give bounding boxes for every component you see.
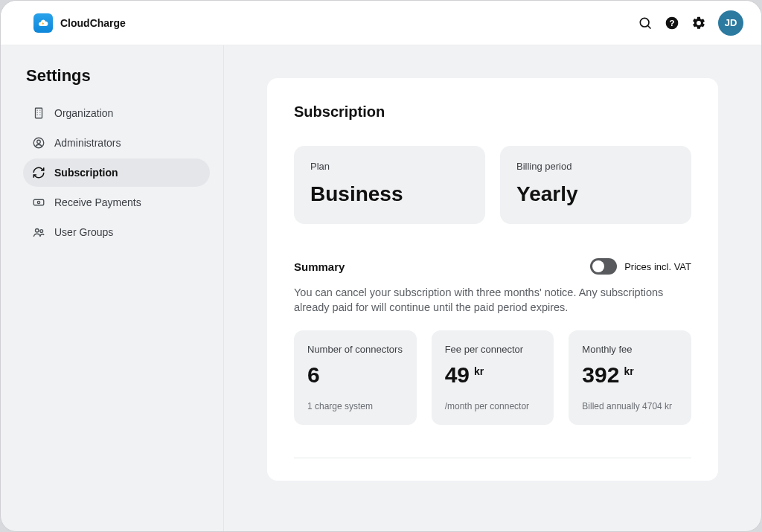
stat-sub: Billed annually 4704 kr <box>582 401 678 411</box>
brand-logo-icon <box>33 13 53 33</box>
stat-fee: Fee per connector 49kr /month per connec… <box>432 330 554 425</box>
sidebar-item-label: Receive Payments <box>54 196 141 208</box>
sidebar-item-administrators[interactable]: Administrators <box>23 129 210 157</box>
brand-name: CloudCharge <box>60 17 126 29</box>
plan-card[interactable]: Plan Business <box>294 146 485 224</box>
stat-value: 49kr <box>445 364 541 386</box>
stat-sub: 1 charge system <box>307 401 403 411</box>
users-icon <box>32 225 45 239</box>
content: Subscription Plan Business Billing perio… <box>224 45 761 531</box>
plan-value: Business <box>310 182 469 206</box>
svg-point-16 <box>40 230 43 233</box>
billing-period-label: Billing period <box>516 161 675 172</box>
vat-toggle[interactable] <box>590 258 617 275</box>
sidebar-item-user-groups[interactable]: User Groups <box>23 218 210 246</box>
page-heading: Subscription <box>294 103 691 121</box>
subscription-card: Subscription Plan Business Billing perio… <box>267 78 718 481</box>
sidebar-item-receive-payments[interactable]: Receive Payments <box>23 188 210 217</box>
top-actions: ? JD <box>638 10 743 36</box>
stat-value: 392kr <box>582 364 678 386</box>
stat-label: Number of connectors <box>307 344 403 355</box>
svg-point-0 <box>640 18 649 27</box>
brand[interactable]: CloudCharge <box>33 13 126 33</box>
sidebar: Settings Organization Administrators <box>1 45 224 531</box>
stat-sub: /month per connector <box>445 401 541 411</box>
stat-label: Fee per connector <box>445 344 541 355</box>
billing-period-value: Yearly <box>516 182 675 206</box>
help-icon[interactable]: ? <box>665 16 679 31</box>
svg-point-12 <box>37 140 41 144</box>
stat-monthly: Monthly fee 392kr Billed annually 4704 k… <box>569 330 691 425</box>
sidebar-item-label: Organization <box>54 107 113 119</box>
body: Settings Organization Administrators <box>1 45 761 531</box>
svg-point-14 <box>37 201 39 203</box>
nav: Organization Administrators Subscription <box>23 99 210 246</box>
sidebar-title: Settings <box>26 66 210 86</box>
summary-header: Summary Prices incl. VAT <box>294 258 691 275</box>
building-icon <box>32 106 45 120</box>
gear-icon[interactable] <box>691 16 706 31</box>
sidebar-item-label: Subscription <box>54 167 118 179</box>
sidebar-item-label: Administrators <box>54 137 121 149</box>
banknote-icon <box>32 196 45 209</box>
svg-rect-13 <box>33 199 44 205</box>
search-icon[interactable] <box>638 16 653 31</box>
topbar: CloudCharge ? JD <box>1 1 761 45</box>
divider <box>294 458 691 458</box>
vat-toggle-group: Prices incl. VAT <box>590 258 691 275</box>
stat-connectors: Number of connectors 6 1 charge system <box>294 330 417 425</box>
sidebar-item-subscription[interactable]: Subscription <box>23 158 210 187</box>
stats-row: Number of connectors 6 1 charge system F… <box>294 330 691 425</box>
billing-period-card[interactable]: Billing period Yearly <box>500 146 691 224</box>
sidebar-item-label: User Groups <box>54 226 113 238</box>
app-window: CloudCharge ? JD Settings Orga <box>0 0 762 532</box>
stat-value: 6 <box>307 364 403 386</box>
refresh-icon <box>32 166 45 179</box>
svg-text:?: ? <box>669 18 674 28</box>
plan-label: Plan <box>310 161 469 172</box>
user-circle-icon <box>32 136 45 150</box>
avatar[interactable]: JD <box>718 10 743 36</box>
summary-description: You can cancel your subscription with th… <box>294 285 681 315</box>
svg-line-1 <box>648 25 651 28</box>
stat-label: Monthly fee <box>582 344 678 355</box>
summary-heading: Summary <box>294 260 345 273</box>
sidebar-item-organization[interactable]: Organization <box>23 99 210 127</box>
plan-row: Plan Business Billing period Yearly <box>294 146 691 224</box>
svg-rect-4 <box>36 108 42 118</box>
vat-label: Prices incl. VAT <box>624 261 691 272</box>
svg-point-15 <box>36 229 39 233</box>
